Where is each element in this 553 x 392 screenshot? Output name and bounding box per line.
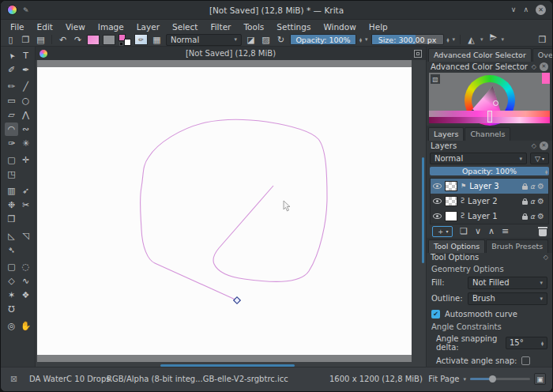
freehand-path-tool-icon[interactable]: ∾ — [19, 122, 32, 136]
selector-settings-icon[interactable]: ▧ — [431, 74, 440, 84]
close-panel-icon[interactable]: ✕ — [540, 62, 548, 71]
autosmooth-checkbox[interactable]: ✔ — [431, 310, 440, 318]
edit-shapes-tool-icon[interactable]: ✐ — [5, 63, 18, 77]
save-button[interactable]: ▤ — [35, 34, 47, 46]
angle-delta-spinbox[interactable]: 15° ▴▾ — [506, 337, 547, 349]
move-layer-up-button[interactable]: ∧ — [488, 227, 495, 236]
gradient-swatch[interactable] — [87, 35, 100, 45]
menu-item[interactable]: View — [59, 22, 92, 32]
brush-preset-button[interactable]: ✏ — [134, 34, 148, 45]
layer-name[interactable]: Layer 2 — [468, 197, 497, 205]
gear-icon[interactable]: ⚙ — [537, 198, 544, 205]
zoom-mode-label[interactable]: Fit Page — [428, 375, 459, 383]
menu-item[interactable]: File — [4, 22, 31, 32]
float-panel-icon[interactable]: ◇ — [532, 63, 536, 70]
opacity-spinner[interactable]: ▴▾ — [545, 167, 547, 175]
advanced-color-selector[interactable]: ▧ — [429, 73, 550, 123]
menu-item[interactable]: Tools — [237, 22, 270, 32]
visibility-eye-icon[interactable] — [433, 213, 442, 219]
delete-layer-button[interactable] — [539, 229, 547, 236]
layer-opacity-slider[interactable]: Opacity: 100% ▴▾ — [430, 167, 549, 175]
alpha-icon[interactable]: α — [530, 198, 535, 205]
blend-mode-select[interactable]: Normal ▾ — [166, 34, 242, 46]
zoom-slider[interactable] — [470, 378, 530, 380]
background-color[interactable] — [124, 39, 131, 46]
close-panel-icon[interactable]: ✕ — [540, 141, 548, 150]
show-canvas-only-button[interactable]: ❒ — [536, 34, 548, 46]
zoom-slider-handle[interactable] — [489, 375, 496, 383]
move-tool-icon[interactable]: ✛ — [19, 153, 32, 167]
transform-tool-icon[interactable]: ▢ — [5, 153, 18, 167]
angle-snap-checkbox[interactable] — [521, 356, 530, 365]
layer-filter-button[interactable]: ▽▾ — [530, 153, 549, 164]
reload-preset-button[interactable]: ↻ — [275, 34, 287, 46]
lock-icon[interactable] — [522, 216, 528, 220]
rectangle-tool-icon[interactable]: ▭ — [5, 94, 18, 107]
layer-row[interactable]: Ƨ Layer 1 α ⚙ — [431, 209, 548, 224]
alpha-icon[interactable]: α — [530, 183, 535, 190]
chevron-down-icon[interactable]: ▾ — [480, 36, 483, 43]
multibrush-tool-icon[interactable]: ✳ — [19, 137, 32, 150]
assistants-tool-icon[interactable]: ◹ — [19, 229, 32, 243]
mirror-horizontal-button[interactable]: ◭ — [487, 34, 498, 46]
size-slider[interactable]: Size: 300,00 px — [371, 34, 444, 45]
dynamic-brush-tool-icon[interactable]: ✑ — [5, 137, 18, 150]
alpha-icon[interactable]: α — [530, 213, 535, 220]
docker-tab[interactable]: Brush Presets — [486, 239, 548, 253]
gear-icon[interactable]: ⚙ — [537, 183, 544, 190]
reference-images-tool-icon[interactable]: ➴ — [5, 243, 18, 257]
menu-item[interactable]: Window — [317, 22, 362, 32]
spacer-tool-icon[interactable] — [19, 213, 32, 226]
layer-row[interactable]: Ƨ Layer 2 α ⚙ — [431, 194, 548, 209]
chevron-down-icon[interactable]: ▾ — [365, 36, 368, 43]
color-sampler-tool-icon[interactable]: ➶ — [19, 184, 32, 198]
shade-handle[interactable] — [487, 111, 492, 122]
menu-item[interactable]: Help — [363, 22, 394, 32]
minimize-button[interactable]: ∨ — [511, 6, 517, 13]
gradient-tool-icon[interactable]: ▥ — [5, 184, 18, 198]
pointer-tool-icon[interactable]: ➤ — [5, 49, 18, 62]
move-layer-down-button[interactable]: ∨ — [475, 227, 481, 236]
restore-window-button[interactable] — [414, 50, 422, 58]
layer-row[interactable]: ⚑ Layer 3 α ⚙ — [431, 179, 548, 194]
lock-icon[interactable] — [522, 186, 528, 190]
float-panel-icon[interactable]: ◇ — [532, 142, 536, 149]
ellipse-select-tool-icon[interactable]: ◌ — [19, 260, 32, 273]
measure-tool-icon[interactable]: ◺ — [5, 229, 18, 243]
outline-select[interactable]: Brush ▾ — [468, 292, 547, 305]
polygonal-select-tool-icon[interactable]: ◇ — [5, 274, 18, 288]
layer-thumbnail[interactable] — [445, 196, 457, 206]
eraser-mode-button[interactable]: ◪ — [245, 34, 257, 46]
visibility-eye-icon[interactable] — [433, 198, 442, 204]
contiguous-select-tool-icon[interactable]: ❖ — [19, 288, 32, 302]
calligraphy-tool-icon[interactable]: ✒ — [19, 63, 32, 77]
line-tool-icon[interactable]: ╱ — [19, 80, 32, 93]
spacer-tool-icon[interactable] — [19, 168, 32, 181]
visibility-eye-icon[interactable] — [433, 183, 442, 189]
maximize-button[interactable]: ∧ — [523, 6, 529, 13]
spacer-tool-icon[interactable] — [19, 303, 32, 316]
docker-tab[interactable]: Overview — [532, 48, 553, 62]
layer-name[interactable]: Layer 3 — [469, 182, 498, 190]
docker-tab[interactable]: Advanced Color Selector — [428, 48, 532, 62]
opacity-slider[interactable]: Opacity: 100% — [290, 34, 356, 45]
smart-patch-tool-icon[interactable]: ✂ — [19, 198, 32, 212]
shade-selector[interactable] — [429, 111, 550, 123]
lock-icon[interactable] — [522, 201, 528, 205]
fill-tool-icon[interactable]: ❒ — [5, 213, 18, 226]
menu-item[interactable]: Layer — [130, 22, 166, 32]
default-colors[interactable] — [119, 42, 123, 46]
vertical-scrollbar[interactable] — [422, 157, 424, 263]
docker-tab[interactable]: Layers — [428, 127, 464, 141]
chevron-down-icon[interactable]: ▾ — [453, 36, 456, 43]
crop-tool-icon[interactable]: ◳ — [5, 168, 18, 181]
layer-name[interactable]: Layer 1 — [468, 212, 497, 220]
chevron-down-icon[interactable]: ▾ — [463, 376, 466, 383]
close-button[interactable]: ✕ — [536, 5, 546, 15]
fill-select[interactable]: Not Filled ▾ — [468, 277, 547, 289]
docker-tab[interactable]: Tool Options — [428, 239, 485, 253]
float-panel-icon[interactable]: ◇ — [544, 254, 548, 261]
ellipse-tool-icon[interactable]: ○ — [19, 94, 32, 107]
zoom-tool-icon[interactable]: ◎ — [5, 319, 18, 333]
new-document-button[interactable]: ▯ — [5, 34, 17, 46]
